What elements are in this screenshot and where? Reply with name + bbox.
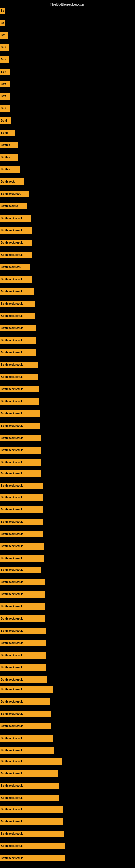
bar-label: Bottleneck result — [0, 555, 44, 562]
bar-label: Bottleneck re — [0, 203, 27, 209]
bar-label: Bottleneck result — [0, 301, 35, 307]
bar-row: Bottleneck result — [0, 301, 35, 307]
bar-row: Bottl — [0, 118, 11, 124]
bar-row: Bo — [0, 8, 5, 14]
bar-label: Bottleneck result — [0, 362, 38, 368]
bar-row: Bottleneck result — [0, 240, 32, 246]
bar-row: Bo — [0, 20, 5, 26]
bar-label: Bottleneck — [0, 179, 24, 185]
bar-label: Bottleneck result — [0, 747, 54, 754]
bar-label: Bottleneck result — [0, 459, 41, 466]
bar-label: Bottleneck result — [0, 374, 38, 380]
bar-label: Bottleneck result — [0, 843, 65, 849]
bar-row: Bottle — [0, 130, 15, 136]
bar-row: Bottleneck result — [0, 806, 63, 813]
bar-row: Bottleneck result — [0, 447, 41, 454]
bar-label: Bottleneck result — [0, 806, 63, 813]
bar-label: Bottleneck result — [0, 628, 46, 634]
bar-label: Bottleneck result — [0, 664, 46, 671]
site-title: TheBottlenecker.com — [0, 0, 135, 8]
bar-row: Bott — [0, 81, 10, 87]
bar-label: Bottleneck resu — [0, 191, 29, 197]
bar-label: Bottleneck result — [0, 831, 64, 837]
bar-row: Bottleneck result — [0, 531, 43, 537]
bar-row: Bottleneck result — [0, 215, 31, 222]
bar-label: Bot — [0, 32, 8, 38]
bar-label: Bottleneck result — [0, 591, 45, 597]
bar-label: Bottleneck result — [0, 579, 45, 585]
bar-label: Bottleneck result — [0, 686, 53, 693]
bar-label: Bottleneck result — [0, 735, 53, 742]
bar-label: Bott — [0, 93, 10, 99]
bar-row: Bottleneck result — [0, 276, 32, 283]
bar-row: Bottlen — [0, 166, 20, 173]
bar-row: Bottleneck result — [0, 603, 45, 610]
bar-row: Bottleneck result — [0, 664, 46, 671]
bar-row: Bottleneck result — [0, 362, 38, 368]
bar-label: Bottleneck result — [0, 723, 51, 730]
bar-row: Bott — [0, 44, 9, 51]
bar-row: Bottleneck result — [0, 410, 41, 417]
bar-row: Bottlen — [0, 142, 17, 148]
bar-label: Bottleneck result — [0, 519, 43, 525]
bar-label: Bott — [0, 105, 10, 112]
bar-label: Bottl — [0, 118, 11, 124]
bar-row: Bottleneck result — [0, 313, 35, 319]
bar-label: Bottleneck result — [0, 349, 37, 356]
bar-label: Bottle — [0, 130, 15, 136]
bar-label: Bottleneck result — [0, 337, 37, 344]
bar-label: Bottleneck resu — [0, 264, 30, 271]
bar-row: Bottleneck result — [0, 227, 32, 234]
bar-row: Bottleneck result — [0, 616, 45, 622]
bar-row: Bottleneck result — [0, 519, 43, 525]
bar-row: Bottleneck result — [0, 628, 46, 634]
bar-label: Bo — [0, 20, 5, 26]
bar-row: Bottleneck result — [0, 735, 53, 742]
bar-row: Bottleneck result — [0, 398, 39, 405]
bar-row: Bottleneck — [0, 179, 24, 185]
bar-row: Bottleneck result — [0, 506, 43, 513]
bar-row: Bottleneck result — [0, 686, 53, 693]
bar-label: Bottleneck result — [0, 215, 31, 222]
bar-row: Bottleneck result — [0, 252, 32, 258]
bar-row: Bottleneck result — [0, 386, 39, 393]
bar-row: Bottlen — [0, 154, 17, 161]
bar-row: Bottleneck resu — [0, 191, 29, 197]
bar-row: Bottleneck result — [0, 831, 64, 837]
bar-label: Bottleneck result — [0, 288, 34, 295]
bar-label: Bottleneck result — [0, 567, 41, 573]
bar-row: Bottleneck result — [0, 349, 37, 356]
bar-label: Bottleneck result — [0, 770, 58, 777]
bar-row: Bottleneck result — [0, 543, 44, 550]
bar-label: Bottlen — [0, 154, 17, 161]
bar-row: Bottleneck result — [0, 459, 41, 466]
bar-label: Bottleneck result — [0, 435, 41, 441]
bar-label: Bott — [0, 44, 9, 51]
bar-row: Bottleneck result — [0, 640, 46, 646]
bar-label: Bottlen — [0, 142, 17, 148]
bar-label: Bott — [0, 69, 10, 75]
bar-label: Bottleneck result — [0, 494, 43, 501]
bar-row: Bottleneck result — [0, 677, 47, 683]
bar-row: Bottleneck result — [0, 723, 51, 730]
bar-row: Bottleneck result — [0, 337, 37, 344]
bar-label: Bottleneck result — [0, 711, 51, 717]
bar-row: Bottleneck result — [0, 288, 34, 295]
bar-label: Bott — [0, 81, 10, 87]
bar-row: Bottleneck result — [0, 699, 50, 705]
bar-label: Bottleneck result — [0, 652, 46, 659]
bar-row: Bottleneck result — [0, 758, 62, 765]
bar-label: Bottleneck result — [0, 543, 44, 550]
bar-label: Bottleneck result — [0, 818, 63, 825]
bar-row: Bott — [0, 56, 9, 63]
bar-label: Bottleneck result — [0, 640, 46, 646]
bar-row: Bottleneck result — [0, 374, 38, 380]
bar-row: Bottleneck result — [0, 711, 51, 717]
bar-row: Bottleneck result — [0, 567, 41, 573]
bar-row: Bott — [0, 69, 10, 75]
bar-label: Bottleneck result — [0, 276, 32, 283]
bar-row: Bott — [0, 93, 10, 99]
bar-label: Bottleneck result — [0, 699, 50, 705]
bar-label: Bottleneck result — [0, 447, 41, 454]
bar-row: Bot — [0, 32, 8, 38]
